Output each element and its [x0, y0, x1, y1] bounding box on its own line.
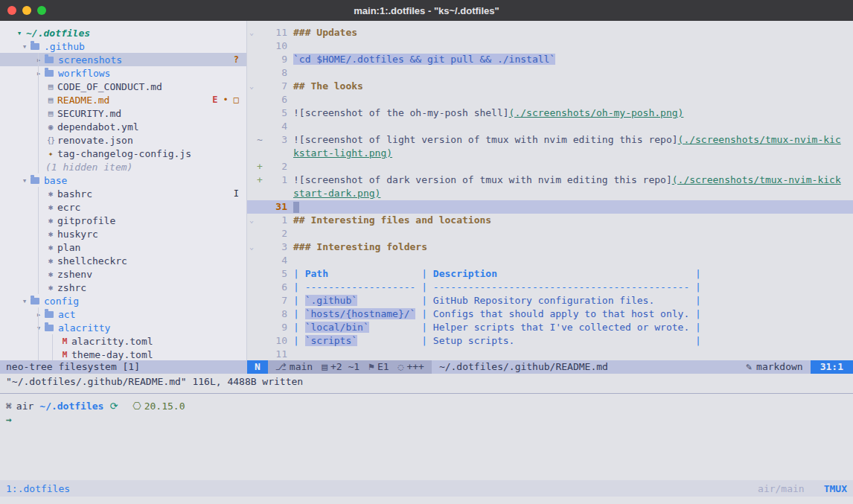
- item-badges: ?: [234, 54, 246, 65]
- line-number: 1: [263, 214, 287, 227]
- expander-icon[interactable]: ▾: [19, 296, 31, 306]
- tree-item[interactable]: ✱bashrcI: [0, 187, 246, 200]
- tree-item[interactable]: ▸screenshots?: [0, 53, 246, 66]
- editor-line[interactable]: ⌄ 7## The looks: [247, 80, 853, 93]
- tree-item[interactable]: ✱zshenv: [0, 267, 246, 281]
- text-segment-pipe: | ------------------- | ----------------…: [293, 281, 701, 293]
- minimize-button[interactable]: [22, 6, 31, 15]
- expander-icon[interactable]: ▾: [33, 323, 45, 333]
- fold-column: [247, 334, 256, 348]
- maximize-button[interactable]: [37, 6, 46, 15]
- text-segment-pipe: |: [654, 295, 701, 306]
- status-row: neo-tree filesystem [1] N ⎇main ▤+2 ~1 ⚑…: [0, 360, 853, 374]
- tree-item[interactable]: ◉dependabot.yml: [0, 120, 246, 133]
- git-diff: ▤+2 ~1: [322, 360, 360, 374]
- folder-icon: [45, 311, 54, 318]
- line-text: | `local/bin` | Helper scripts that I've…: [287, 321, 853, 334]
- sign-column: [256, 39, 263, 53]
- text-segment-pipe: |: [293, 295, 305, 306]
- fold-icon[interactable]: ⌄: [247, 214, 256, 227]
- editor-line[interactable]: 5![screenshot of the oh-my-posh shell](.…: [247, 106, 853, 120]
- tree-item-label: renovate.json: [57, 135, 133, 146]
- editor-line[interactable]: 8: [247, 66, 853, 80]
- editor-line[interactable]: start-dark.png): [247, 187, 853, 200]
- editor-line[interactable]: ~3![screenshot of light version of tmux …: [247, 133, 853, 147]
- editor-line[interactable]: 9| `local/bin` | Helper scripts that I'v…: [247, 321, 853, 334]
- fold-column: [247, 254, 256, 267]
- fold-icon[interactable]: ⌄: [247, 26, 256, 39]
- tree-item[interactable]: ✱huskyrc: [0, 227, 246, 240]
- tree-item[interactable]: ✱plan: [0, 240, 246, 254]
- editor-line[interactable]: 8| `hosts/{hostname}/` | Configs that sh…: [247, 307, 853, 321]
- editor-line[interactable]: 6: [247, 93, 853, 106]
- text-segment-pipe: |: [415, 308, 432, 319]
- line-number: 9: [263, 321, 287, 334]
- tree-item-label: shellcheckrc: [57, 255, 127, 267]
- cursor: [293, 202, 299, 213]
- sign-column: [256, 200, 263, 214]
- tree-item[interactable]: ▾base: [0, 173, 246, 187]
- shell-input-line[interactable]: →: [6, 413, 853, 427]
- fold-icon[interactable]: ⌄: [247, 240, 256, 254]
- expander-icon[interactable]: ▾: [13, 28, 25, 38]
- shell-pane[interactable]: ⌘ air ~/.dotfiles ⟳ ⎔20.15.0 →: [0, 394, 853, 480]
- text-segment-pipe: |: [293, 322, 305, 333]
- editor-line[interactable]: 4: [247, 120, 853, 133]
- rc-file-icon: ✱: [45, 202, 57, 212]
- editor-pane[interactable]: ⌄ 11### Updates 10 9`cd $HOME/.dotfiles …: [247, 21, 853, 360]
- editor-line[interactable]: 7| `.github` | GitHub Repository configu…: [247, 294, 853, 307]
- fold-column: [247, 294, 256, 307]
- tree-item[interactable]: Mtheme-day.toml: [0, 348, 246, 360]
- tree-item[interactable]: ✱ecrc: [0, 200, 246, 214]
- tree-item[interactable]: ▾config: [0, 294, 246, 307]
- editor-line[interactable]: 31: [247, 200, 853, 214]
- editor-line[interactable]: 4: [247, 254, 853, 267]
- tree-item-label: workflows: [57, 68, 110, 79]
- git-branch: ⎇main: [275, 360, 313, 374]
- tree-item[interactable]: ▤CODE_OF_CONDUCT.md: [0, 80, 246, 93]
- tree-item[interactable]: ✱zshrc: [0, 281, 246, 294]
- tree-item[interactable]: (1 hidden item): [0, 160, 246, 173]
- editor-line[interactable]: 10: [247, 39, 853, 53]
- tree-item[interactable]: ▸act: [0, 307, 246, 321]
- editor-line[interactable]: +1![screenshot of dark version of tmux w…: [247, 173, 853, 187]
- expander-icon[interactable]: ▾: [19, 42, 31, 51]
- tree-item[interactable]: ✦tag-changelog-config.js: [0, 147, 246, 160]
- tmux-window-item[interactable]: 1:.dotfiles: [6, 483, 70, 494]
- plugin-status: ◌+++: [398, 360, 424, 374]
- editor-line[interactable]: 11: [247, 348, 853, 360]
- tree-item[interactable]: Malacritty.toml: [0, 334, 246, 348]
- editor-line[interactable]: 10| `scripts` | Setup scripts. |: [247, 334, 853, 348]
- editor-line[interactable]: 2: [247, 227, 853, 240]
- expander-icon[interactable]: ▾: [19, 176, 31, 185]
- tree-item[interactable]: ▾alacritty: [0, 321, 246, 334]
- sign-column: [256, 147, 263, 160]
- line-number: 9: [263, 53, 287, 66]
- expander-spacer: [47, 350, 59, 360]
- editor-line[interactable]: 9`cd $HOME/.dotfiles && git pull && ./in…: [247, 53, 853, 66]
- expander-spacer: [33, 229, 45, 239]
- editor-line[interactable]: kstart-light.png): [247, 147, 853, 160]
- close-button[interactable]: [7, 6, 16, 15]
- expander-icon[interactable]: ▸: [33, 310, 45, 319]
- editor-line[interactable]: 6| ------------------- | ---------------…: [247, 281, 853, 294]
- line-number: 8: [263, 66, 287, 80]
- tree-item[interactable]: ▾~/.dotfiles: [0, 26, 246, 39]
- editor-line[interactable]: ⌄ 1## Interesting files and locations: [247, 214, 853, 227]
- text-cursor: I: [234, 188, 239, 199]
- sign-column: [256, 334, 263, 348]
- editor-line[interactable]: ⌄ 11### Updates: [247, 26, 853, 39]
- tree-item[interactable]: {}renovate.json: [0, 133, 246, 147]
- editor-line[interactable]: 5| Path | Description |: [247, 267, 853, 281]
- tree-item[interactable]: ✱shellcheckrc: [0, 254, 246, 267]
- editor-line[interactable]: +2: [247, 160, 853, 173]
- tree-item[interactable]: ▤README.mdE•□: [0, 93, 246, 106]
- tree-item[interactable]: ✱gitprofile: [0, 214, 246, 227]
- tree-item[interactable]: ▾.github: [0, 39, 246, 53]
- fold-icon[interactable]: ⌄: [247, 80, 256, 93]
- tree-item[interactable]: ▸workflows: [0, 66, 246, 80]
- expander-icon[interactable]: ▸: [33, 55, 45, 65]
- expander-icon[interactable]: ▸: [33, 68, 45, 78]
- tree-item[interactable]: ▤SECURITY.md: [0, 106, 246, 120]
- editor-line[interactable]: ⌄ 3### Interesting folders: [247, 240, 853, 254]
